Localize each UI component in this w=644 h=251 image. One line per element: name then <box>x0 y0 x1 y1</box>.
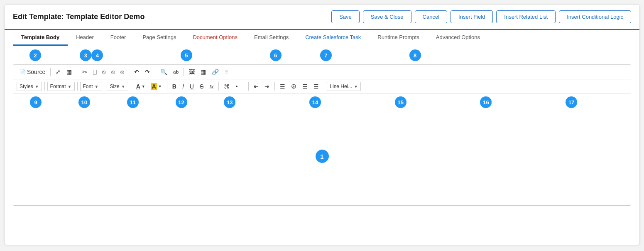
image-icon: 🖼 <box>189 69 195 75</box>
font-select[interactable]: Font ▼ <box>80 82 102 91</box>
editor-body[interactable]: 1 <box>13 111 631 202</box>
bg-color-button[interactable]: A ▼ <box>149 81 164 91</box>
copy-button[interactable]: ⎕ <box>91 67 99 77</box>
size-arrow-icon: ▼ <box>121 84 125 89</box>
clear-format-button[interactable]: Ix <box>207 82 216 91</box>
source-button[interactable]: 📄 Source <box>17 67 48 77</box>
align-right-icon: ☰ <box>302 83 308 90</box>
styles-select[interactable]: Styles ▼ <box>17 82 42 91</box>
tab-header[interactable]: Header <box>68 30 102 46</box>
replace-button[interactable]: ab <box>171 68 181 76</box>
editor-container: 📄 Source ⤢ ▦ ✂ ⎕ ⎋ ⎋ ⎋ <box>13 64 631 206</box>
paste-word-button[interactable]: ⎋ <box>118 67 126 77</box>
sep11 <box>218 82 219 91</box>
image-button[interactable]: 🖼 <box>186 67 197 77</box>
sep13 <box>274 82 275 91</box>
increase-indent-icon: ⇥ <box>264 83 269 90</box>
tab-create-salesforce-task[interactable]: Create Salesforce Task <box>297 30 369 46</box>
tab-advanced-options[interactable]: Advanced Options <box>428 30 488 46</box>
ordered-list-button[interactable]: ⌘ <box>221 81 232 91</box>
annotation-bubble-13: 13 <box>224 96 235 108</box>
top-bar: Edit Template: Template Editor Demo Save… <box>5 5 639 30</box>
redo-button[interactable]: ↷ <box>142 67 152 77</box>
font-color-button[interactable]: A ▼ <box>134 81 148 91</box>
cancel-button[interactable]: Cancel <box>415 10 447 23</box>
list-icon: ≡ <box>225 69 228 75</box>
preview-icon: ▦ <box>66 69 72 75</box>
sep1 <box>50 68 51 76</box>
increase-indent-button[interactable]: ⇥ <box>262 81 272 91</box>
align-left-button[interactable]: ☰ <box>277 81 288 91</box>
underline-button[interactable]: U <box>187 81 196 91</box>
sep5 <box>184 68 184 76</box>
find-button[interactable]: 🔍 <box>158 67 170 77</box>
format-label: Format <box>50 84 66 89</box>
redo-icon: ↷ <box>145 69 150 75</box>
save-close-button[interactable]: Save & Close <box>363 10 411 23</box>
cut-icon: ✂ <box>82 69 87 75</box>
undo-button[interactable]: ↶ <box>132 67 142 77</box>
size-select[interactable]: Size ▼ <box>107 82 128 91</box>
italic-icon: I <box>182 83 184 90</box>
insert-related-list-button[interactable]: Insert Related List <box>496 10 556 23</box>
annotation-bubble-1: 1 <box>316 150 329 163</box>
font-arrow-icon: ▼ <box>95 84 99 89</box>
insert-conditional-logic-button[interactable]: Insert Conditional Logic <box>559 10 631 23</box>
strikethrough-button[interactable]: S <box>197 81 206 91</box>
bold-icon: B <box>172 83 176 90</box>
source-label: Source <box>27 69 45 75</box>
align-justify-button[interactable]: ☰ <box>311 81 321 91</box>
preview-button[interactable]: ▦ <box>64 67 74 77</box>
line-height-label: Line Hei... <box>330 84 352 89</box>
annotation-bubble-4: 4 <box>91 49 103 61</box>
annotation-bubble-17: 17 <box>566 96 577 108</box>
sep10 <box>167 82 167 91</box>
line-height-arrow-icon: ▼ <box>354 84 358 89</box>
save-button[interactable]: Save <box>331 10 360 23</box>
table-button[interactable]: ▦ <box>198 67 208 77</box>
annotation-row-2: 9 10 11 12 13 14 15 16 17 <box>13 94 631 111</box>
format-select[interactable]: Format ▼ <box>47 82 75 91</box>
paste-plain-icon: ⎋ <box>111 69 115 75</box>
ordered-list-icon: ⌘ <box>224 83 230 90</box>
maximize-icon: ⤢ <box>56 69 61 75</box>
tab-page-settings[interactable]: Page Settings <box>134 30 184 46</box>
align-right-button[interactable]: ☰ <box>300 81 310 91</box>
sep3 <box>129 68 129 76</box>
maximize-button[interactable]: ⤢ <box>53 67 63 77</box>
italic-button[interactable]: I <box>180 81 186 91</box>
tab-runtime-prompts[interactable]: Runtime Prompts <box>369 30 427 46</box>
decrease-indent-button[interactable]: ⇤ <box>251 81 261 91</box>
annotation-bubble-7: 7 <box>320 49 332 61</box>
unordered-list-button[interactable]: •— <box>233 81 246 91</box>
page-title: Edit Template: Template Editor Demo <box>13 12 328 21</box>
strikethrough-icon: S <box>200 83 203 90</box>
paste-plain-button[interactable]: ⎋ <box>109 67 117 77</box>
sep9 <box>131 82 131 91</box>
paste-button[interactable]: ⎋ <box>100 67 108 77</box>
bg-color-icon: A <box>151 83 157 90</box>
annotation-bubble-12: 12 <box>176 96 187 108</box>
line-height-select[interactable]: Line Hei... ▼ <box>327 82 361 91</box>
tab-footer[interactable]: Footer <box>102 30 135 46</box>
editor-toolbar-row2: Styles ▼ Format ▼ Font ▼ Size ▼ A ▼ <box>13 79 631 94</box>
tab-document-options[interactable]: Document Options <box>184 30 246 46</box>
clear-format-icon: Ix <box>209 84 213 90</box>
insert-field-button[interactable]: Insert Field <box>451 10 493 23</box>
annotation-bubble-11: 11 <box>127 96 139 108</box>
main-container: Edit Template: Template Editor Demo Save… <box>4 4 640 245</box>
sep4 <box>155 68 155 76</box>
annotation-bubble-14: 14 <box>309 96 321 108</box>
tab-email-settings[interactable]: Email Settings <box>246 30 297 46</box>
bold-button[interactable]: B <box>170 81 179 91</box>
format-arrow-icon: ▼ <box>68 84 72 89</box>
link-button[interactable]: 🔗 <box>209 67 221 77</box>
align-center-button[interactable]: ☮ <box>289 81 299 91</box>
sep6 <box>44 82 45 91</box>
tab-template-body[interactable]: Template Body <box>13 30 68 46</box>
cut-button[interactable]: ✂ <box>80 67 90 77</box>
unordered-list-icon: •— <box>235 83 243 90</box>
copy-icon: ⎕ <box>93 69 96 75</box>
list-button[interactable]: ≡ <box>222 67 230 77</box>
top-actions: Save Save & Close Cancel Insert Field In… <box>331 10 631 23</box>
